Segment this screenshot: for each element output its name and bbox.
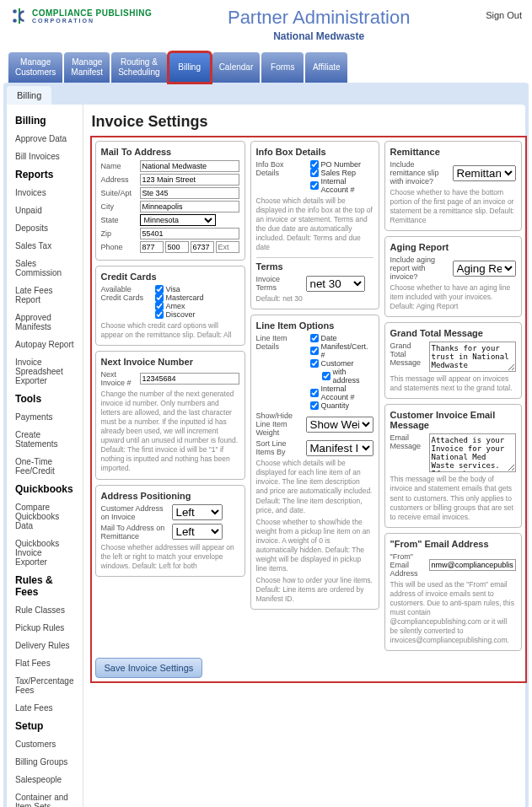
page-title: Partner Administration <box>152 7 486 29</box>
sidebar-heading: Quickbooks <box>7 480 83 498</box>
sidebar-item-sales-commission[interactable]: Sales Commission <box>7 255 83 282</box>
checkbox-customer[interactable]: Customer <box>310 359 373 368</box>
mailto-suite[interactable] <box>140 187 239 199</box>
sidebar-item-bill-invoices[interactable]: Bill Invoices <box>7 148 83 165</box>
logo-icon <box>10 7 29 25</box>
cust-addr-pos[interactable]: Left <box>172 504 223 520</box>
phone-1[interactable] <box>140 241 164 253</box>
sidebar-item-deposits[interactable]: Deposits <box>7 219 83 237</box>
checkbox-internal-account-[interactable]: Internal Account # <box>310 385 373 401</box>
checkbox-amex[interactable]: Amex <box>155 302 204 310</box>
sidebar-item-customers[interactable]: Customers <box>7 735 83 753</box>
gtm-textarea[interactable]: Thanks for your trust in National Medwas… <box>429 342 516 372</box>
nav-billing[interactable]: Billing <box>169 52 211 83</box>
sidebar-item-one-time-fee-credit[interactable]: One-Time Fee/Credit <box>7 453 83 480</box>
mailto-city[interactable] <box>140 201 239 213</box>
show-weight[interactable]: Show Weig <box>306 417 373 433</box>
nav-calendar[interactable]: Calendar <box>212 52 261 83</box>
from-email-input[interactable] <box>429 559 516 571</box>
email-textarea[interactable]: Attached is your Invoice for your Nation… <box>429 433 516 472</box>
svg-point-1 <box>13 9 17 13</box>
sidebar-item-container-and-item-sets[interactable]: Container and Item Sets <box>7 788 83 807</box>
tab-billing[interactable]: Billing <box>7 86 51 105</box>
sidebar-item-late-fees[interactable]: Late Fees <box>7 699 83 717</box>
nav-routing-scheduling[interactable]: Routing &Scheduling <box>111 52 166 83</box>
sidebar-heading: Setup <box>7 717 83 735</box>
page-subtitle: National Medwaste <box>152 30 486 42</box>
content-heading: Invoice Settings <box>92 113 525 131</box>
aging-select[interactable]: Aging Repo <box>453 261 516 277</box>
mailto-addr-pos[interactable]: Left <box>172 524 223 540</box>
panel-credit-cards: Credit Cards Available Credit Cards Visa… <box>95 266 245 346</box>
panel-remittance: Remittance Include remittance slip with … <box>384 141 522 231</box>
svg-point-2 <box>13 19 17 23</box>
save-button[interactable]: Save Invoice Settings <box>95 658 203 678</box>
checkbox-mastercard[interactable]: Mastercard <box>155 293 204 302</box>
panel-gtm: Grand Total Message Grand Total MessageT… <box>384 322 522 399</box>
panel-aging: Aging Report Include aging report with i… <box>384 236 522 317</box>
logo-subtext: CORPORATION <box>32 18 152 24</box>
sidebar-item-payments[interactable]: Payments <box>7 408 83 426</box>
panel-address-pos: Address Positioning Customer Address on … <box>95 485 245 577</box>
checkbox-internal-account-[interactable]: Internal Account # <box>310 177 373 194</box>
panel-mailto: Mail To Address Name Address Suite/Apt C… <box>95 141 245 261</box>
sidebar-item-quickbooks-invoice-exporter[interactable]: Quickbooks Invoice Exporter <box>7 535 83 571</box>
checkbox-po-number[interactable]: PO Number <box>310 160 373 169</box>
invoice-terms[interactable]: net 30 <box>306 276 365 292</box>
phone-2[interactable] <box>165 241 189 253</box>
sidebar-heading: Tools <box>7 390 83 408</box>
nav-affiliate[interactable]: Affiliate <box>305 52 347 83</box>
checkbox-sales-rep[interactable]: Sales Rep <box>310 169 373 177</box>
sidebar-heading: Billing <box>7 111 83 130</box>
logo-text: COMPLIANCE PUBLISHING <box>32 8 152 18</box>
nav-forms[interactable]: Forms <box>261 52 304 83</box>
checkbox-visa[interactable]: Visa <box>155 285 204 293</box>
sidebar-item-tax-percentage-fees[interactable]: Tax/Percentage Fees <box>7 672 83 699</box>
sidebar-item-salespeople[interactable]: Salespeople <box>7 771 83 788</box>
phone-ext[interactable] <box>216 241 239 253</box>
signout-link[interactable]: Sign Out <box>486 7 522 20</box>
sidebar-heading: Reports <box>7 165 83 184</box>
sidebar-heading: Rules & Fees <box>7 571 83 601</box>
remittance-select[interactable]: Remittance <box>453 165 516 181</box>
panel-lineitem: Line Item Options Line Item Details Date… <box>250 315 379 610</box>
mailto-state[interactable]: Minnesota <box>140 214 216 226</box>
panel-next-invoice: Next Invoice Number Next Invoice # Chang… <box>95 351 245 479</box>
panel-infobox: Info Box Details Info Box Details PO Num… <box>250 141 379 309</box>
sort-by[interactable]: Manifest ID <box>306 440 373 456</box>
sidebar-item-sales-tax[interactable]: Sales Tax <box>7 237 83 255</box>
checkbox-date[interactable]: Date <box>310 334 373 342</box>
sidebar-item-billing-groups[interactable]: Billing Groups <box>7 753 83 771</box>
sidebar-item-compare-quickbooks-data[interactable]: Compare Quickbooks Data <box>7 498 83 535</box>
phone-3[interactable] <box>191 241 214 253</box>
checkbox-quantity[interactable]: Quantity <box>310 401 373 410</box>
mailto-name[interactable] <box>140 160 239 172</box>
mailto-address[interactable] <box>140 174 239 186</box>
checkbox-manifest-cert-[interactable]: Manifest/Cert. # <box>310 342 373 359</box>
nav-manage-customers[interactable]: ManageCustomers <box>8 52 62 83</box>
sidebar-item-approve-data[interactable]: Approve Data <box>7 130 83 148</box>
sidebar-item-flat-fees[interactable]: Flat Fees <box>7 654 83 672</box>
sidebar-item-autopay-report[interactable]: Autopay Report <box>7 336 83 353</box>
sidebar-item-rule-classes[interactable]: Rule Classes <box>7 601 83 619</box>
sidebar-item-unpaid[interactable]: Unpaid <box>7 202 83 219</box>
sidebar-item-late-fees-report[interactable]: Late Fees Report <box>7 282 83 309</box>
sidebar-item-delivery-rules[interactable]: Delivery Rules <box>7 637 83 654</box>
sidebar-item-invoices[interactable]: Invoices <box>7 184 83 202</box>
panel-from-email: "From" Email Address "From" Email Addres… <box>384 533 522 651</box>
mailto-zip[interactable] <box>140 228 239 239</box>
logo: COMPLIANCE PUBLISHING CORPORATION <box>10 7 152 25</box>
checkbox-discover[interactable]: Discover <box>155 310 204 319</box>
next-invoice-input[interactable] <box>140 373 239 385</box>
sidebar-item-invoice-spreadsheet-exporter[interactable]: Invoice Spreadsheet Exporter <box>7 353 83 390</box>
panel-email: Customer Invoice Email Message Email Mes… <box>384 404 522 527</box>
sidebar-item-pickup-rules[interactable]: Pickup Rules <box>7 619 83 637</box>
nav-manage-manifest[interactable]: ManageManifest <box>64 52 110 83</box>
sidebar-item-approved-manifests[interactable]: Approved Manifests <box>7 309 83 336</box>
sidebar-item-create-statements[interactable]: Create Statements <box>7 426 83 453</box>
checkbox-with-address[interactable]: with address <box>322 368 373 385</box>
